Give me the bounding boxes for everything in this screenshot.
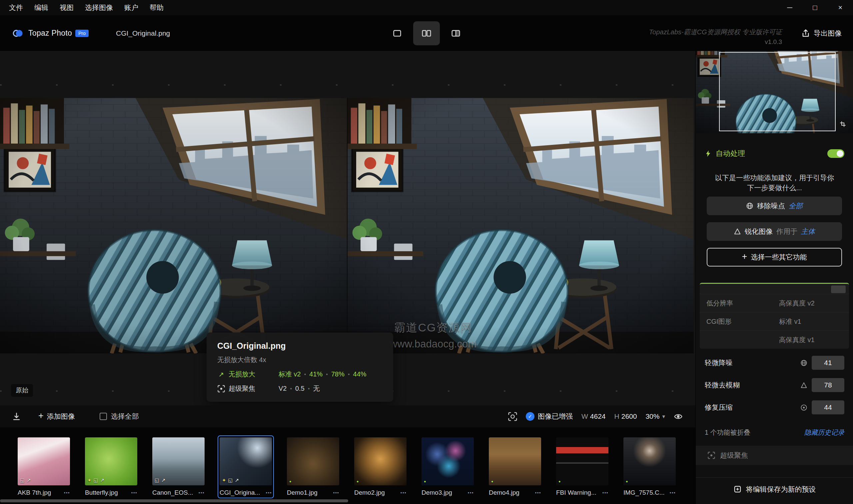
hide-history-link[interactable]: 隐藏历史记录 xyxy=(804,428,844,437)
thumbnail-badges: ◱↗ xyxy=(155,478,165,483)
navigator-preview[interactable] xyxy=(696,51,853,133)
menu-view[interactable]: 视图 xyxy=(54,0,79,15)
thumbnail-image[interactable]: ◱↗ xyxy=(152,437,205,485)
thumbnail-image[interactable]: ◱↗ xyxy=(18,437,70,485)
side-by-side-icon xyxy=(450,28,462,38)
export-image-button[interactable]: 导出图像 xyxy=(801,15,842,51)
sharpen-scope-link[interactable]: 主体 xyxy=(801,227,815,236)
original-image-pane[interactable] xyxy=(0,98,347,354)
add-image-button[interactable]: + 添加图像 xyxy=(38,412,75,421)
model-row[interactable]: 高保真度 v1 xyxy=(700,330,849,349)
separator-dot: • xyxy=(326,372,328,377)
crop-tool-button[interactable] xyxy=(837,119,849,129)
thumbnail-more-button[interactable]: ••• xyxy=(535,490,541,495)
adjustment-sliders: 轻微降噪 41 轻微去模糊 78 修复压缩 44 xyxy=(696,353,853,419)
upscale-badge-icon: ↗ xyxy=(26,478,31,483)
remove-noise-button[interactable]: 移除噪点 全部 xyxy=(707,197,842,215)
thumbnail-badges: ✦◱↗ xyxy=(87,478,104,483)
select-all-control[interactable]: 选择全部 xyxy=(100,412,139,421)
deblur-value[interactable]: 78 xyxy=(812,378,844,392)
thumbnail-more-button[interactable]: ••• xyxy=(333,490,339,495)
upscale-badge-icon: ↗ xyxy=(235,478,239,483)
denoise-slider-row[interactable]: 轻微降噪 41 xyxy=(696,353,853,373)
thumbnail-more-button[interactable]: ••• xyxy=(64,490,70,495)
single-view-button[interactable] xyxy=(384,21,410,45)
thumbnail-more-button[interactable]: ••• xyxy=(131,490,137,495)
thumbnail-more-button[interactable]: ••• xyxy=(468,490,474,495)
split-view-button[interactable] xyxy=(413,21,440,45)
enhanced-image-pane[interactable] xyxy=(347,98,694,354)
add-filter-button[interactable]: + 选择一些其它功能 xyxy=(707,248,842,267)
thumbnail-image[interactable]: ● xyxy=(489,437,541,485)
fix-compression-slider-row[interactable]: 修复压缩 44 xyxy=(696,397,853,418)
thumbnail-more-button[interactable]: ••• xyxy=(266,490,272,495)
thumbnail-filename: Demo2.jpg xyxy=(354,489,398,496)
denoise-value[interactable]: 41 xyxy=(812,356,844,370)
model-row[interactable]: 低分辨率 高保真度 v2 xyxy=(700,294,849,312)
preview-eye-icon[interactable] xyxy=(674,412,683,421)
comparison-photo[interactable] xyxy=(0,98,694,354)
thumbnail-image[interactable]: ● xyxy=(287,437,339,485)
fix-compression-value[interactable]: 44 xyxy=(812,400,844,414)
menu-help[interactable]: 帮助 xyxy=(144,0,169,15)
maximize-button[interactable]: □ xyxy=(802,0,828,15)
dot-badge-icon: ● xyxy=(424,479,426,483)
filmstrip-thumbnail[interactable]: ● Demo2.jpg ••• xyxy=(352,435,409,498)
close-button[interactable]: × xyxy=(828,0,853,15)
check-circle-icon: ✓ xyxy=(526,412,534,421)
filmstrip-thumbnail[interactable]: ● FBI Warning... ••• xyxy=(554,435,610,498)
filmstrip-thumbnail[interactable]: ● Demo1.jpg ••• xyxy=(285,435,341,498)
filmstrip-thumbnail[interactable]: ● Demo3.jpg ••• xyxy=(420,435,476,498)
height-value: 2600 xyxy=(621,412,637,420)
menu-account[interactable]: 账户 xyxy=(119,0,144,15)
image-viewer[interactable]: 霸道CG资源网 www.badaocg.com 原始 CGI_Original.… xyxy=(0,51,695,406)
menu-edit[interactable]: 编辑 xyxy=(29,0,54,15)
deblur-slider-row[interactable]: 轻微去模糊 78 xyxy=(696,375,853,395)
globe-icon xyxy=(746,202,753,210)
autopilot-toggle[interactable] xyxy=(827,149,844,158)
zoom-value: 30% xyxy=(645,412,659,420)
output-height: H 2600 xyxy=(615,412,637,420)
model-row-value: 标准 v1 xyxy=(779,317,842,326)
navigator-crop-rect[interactable] xyxy=(719,52,836,131)
save-preset-button[interactable]: 将编辑保存为新的预设 xyxy=(696,478,853,501)
sharpen-image-button[interactable]: 锐化图像 作用于 主体 xyxy=(707,222,842,241)
thumbnail-more-button[interactable]: ••• xyxy=(670,490,676,495)
dot-badge-icon: ● xyxy=(626,479,628,483)
superfocus-collapsed-row[interactable]: 超级聚焦 xyxy=(696,446,853,465)
thumbnail-image[interactable]: ● xyxy=(556,437,608,485)
filmstrip-thumbnail[interactable]: ✦◱↗ CGI_Origina... ••• xyxy=(218,435,274,498)
thumbnail-filename: Demo4.jpg xyxy=(489,489,533,496)
filmstrip-scrollbar[interactable] xyxy=(0,499,348,502)
window-controls: ─ □ × xyxy=(777,0,853,15)
filmstrip-thumbnail[interactable]: ◱↗ Canon_EOS... ••• xyxy=(150,435,207,498)
thumbnail-image[interactable]: ● xyxy=(422,437,474,485)
thumbnail-image[interactable]: ● xyxy=(623,437,676,485)
filmstrip-thumbnail[interactable]: ◱↗ AKB 7th.jpg ••• xyxy=(16,435,72,498)
remove-noise-scope-link[interactable]: 全部 xyxy=(789,201,803,211)
sharpen-applies-to-label: 作用于 xyxy=(776,227,797,236)
download-button[interactable] xyxy=(12,412,21,421)
thumbnail-more-button[interactable]: ••• xyxy=(602,490,608,495)
thumbnail-filename: Butterfly.jpg xyxy=(85,489,129,496)
menu-file[interactable]: 文件 xyxy=(3,0,29,15)
preview-capture-icon[interactable] xyxy=(508,412,517,421)
thumbnail-more-button[interactable]: ••• xyxy=(199,490,205,495)
minimize-button[interactable]: ─ xyxy=(777,0,802,15)
filmstrip-thumbnail[interactable]: ✦◱↗ Butterfly.jpg ••• xyxy=(83,435,139,498)
image-info-tooltip: CGI_Original.png 无损放大倍数 4x ↗ 无损放大 标准 v2 … xyxy=(207,332,393,402)
select-all-checkbox[interactable] xyxy=(100,413,107,420)
filmstrip-thumbnail[interactable]: ● Demo4.jpg ••• xyxy=(487,435,543,498)
thumbnail-more-button[interactable]: ••• xyxy=(401,490,407,495)
separator-dot: • xyxy=(304,372,306,377)
thumbnail-image[interactable]: ✦◱↗ xyxy=(219,437,272,485)
side-by-side-view-button[interactable] xyxy=(443,21,469,45)
thumbnail-image[interactable]: ✦◱↗ xyxy=(85,437,137,485)
model-row[interactable]: CGI图形 标准 v1 xyxy=(700,312,849,330)
superfocus-icon xyxy=(217,385,225,392)
filmstrip-thumbnail[interactable]: ● IMG_7575.C... ••• xyxy=(621,435,678,498)
menu-select-image[interactable]: 选择图像 xyxy=(79,0,119,15)
thumbnail-image[interactable]: ● xyxy=(354,437,407,485)
zoom-control[interactable]: 30% ▾ xyxy=(645,412,665,420)
suggestion-text: 以下是一些功能添加建议，用于引导你 下一步要做什么... xyxy=(696,173,853,193)
